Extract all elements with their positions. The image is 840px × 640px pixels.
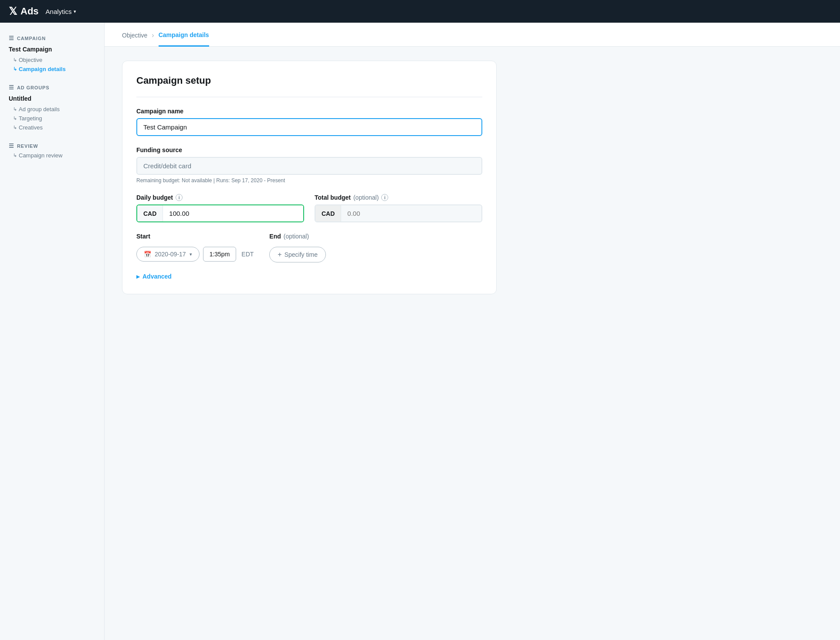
breadcrumb-objective[interactable]: Objective (122, 32, 147, 46)
app-name: Ads (20, 6, 39, 17)
sidebar-item-targeting[interactable]: ↳ Targeting (0, 114, 104, 123)
ad-groups-section-label: AD GROUPS (17, 85, 50, 90)
specify-time-button[interactable]: + Specify time (269, 247, 326, 262)
review-section-header: ☰ REVIEW (0, 139, 104, 151)
start-date-chevron-icon: ▾ (190, 252, 192, 257)
top-navigation: 𝕏 Ads Analytics ▾ (0, 0, 840, 23)
daily-budget-info-icon[interactable]: i (176, 194, 183, 201)
daily-budget-group: Daily budget i CAD (136, 194, 304, 222)
main-content: Objective › Campaign details Campaign se… (105, 23, 840, 640)
sidebar-item-campaign-details[interactable]: ↳ Campaign details (0, 65, 104, 74)
specify-time-label: Specify time (285, 251, 318, 258)
funding-source-field-group: Funding source Remaining budget: Not ava… (136, 146, 482, 184)
app-logo: 𝕏 Ads (9, 5, 39, 17)
sidebar-item-ad-group-details[interactable]: ↳ Ad group details (0, 105, 104, 114)
funding-source-label: Funding source (136, 146, 482, 153)
total-budget-label: Total budget (optional) i (315, 194, 482, 201)
analytics-label: Analytics (46, 8, 72, 15)
sidebar-item-campaign-review[interactable]: ↳ Campaign review (0, 151, 104, 160)
page-title: Campaign setup (136, 75, 482, 97)
budget-row: Daily budget i CAD Total budget (optiona… (136, 194, 482, 222)
breadcrumb-campaign-details[interactable]: Campaign details (159, 31, 209, 47)
ad-group-details-arrow-icon: ↳ (13, 106, 17, 112)
total-budget-currency: CAD (315, 205, 341, 221)
objective-arrow-icon: ↳ (13, 57, 17, 63)
campaign-section-header: ☰ CAMPAIGN (0, 31, 104, 43)
daily-budget-label: Daily budget i (136, 194, 304, 201)
campaign-name-label: Campaign name (136, 108, 482, 115)
advanced-label: Advanced (142, 273, 172, 280)
campaign-name-field-group: Campaign name (136, 108, 482, 136)
start-controls: 📅 2020-09-17 ▾ 1:35pm EDT (136, 247, 255, 262)
start-end-row: Start 📅 2020-09-17 ▾ 1:35pm EDT (136, 233, 482, 262)
sidebar: ☰ CAMPAIGN Test Campaign ↳ Objective ↳ C… (0, 23, 105, 640)
daily-budget-input[interactable] (163, 205, 303, 221)
end-controls: + Specify time (269, 247, 326, 262)
start-label: Start (136, 233, 255, 240)
campaign-review-arrow-icon: ↳ (13, 153, 17, 158)
content-area: Campaign setup Campaign name Funding sou… (105, 47, 840, 308)
sidebar-item-creatives[interactable]: ↳ Creatives (0, 123, 104, 132)
start-date-button[interactable]: 📅 2020-09-17 ▾ (136, 247, 200, 262)
advanced-toggle-button[interactable]: ▶ Advanced (136, 273, 172, 280)
timezone-label: EDT (240, 247, 255, 261)
campaign-details-arrow-icon: ↳ (13, 66, 17, 72)
analytics-menu[interactable]: Analytics ▾ (46, 8, 76, 15)
end-section: End (optional) + Specify time (269, 233, 326, 262)
campaign-section-icon: ☰ (9, 35, 14, 41)
campaign-name-input[interactable] (136, 118, 482, 136)
campaign-section-label: CAMPAIGN (17, 36, 46, 41)
targeting-arrow-icon: ↳ (13, 116, 17, 121)
advanced-section: ▶ Advanced (136, 273, 482, 280)
sidebar-item-objective[interactable]: ↳ Objective (0, 55, 104, 65)
breadcrumb: Objective › Campaign details (105, 23, 840, 47)
twitter-bird-icon: 𝕏 (9, 5, 17, 17)
start-time-value: 1:35pm (210, 251, 230, 258)
ad-groups-section-icon: ☰ (9, 84, 14, 91)
start-section: Start 📅 2020-09-17 ▾ 1:35pm EDT (136, 233, 255, 262)
total-budget-wrapper: CAD (315, 204, 482, 222)
funding-hint: Remaining budget: Not available | Runs: … (136, 177, 482, 184)
daily-budget-currency: CAD (137, 205, 163, 221)
advanced-triangle-icon: ▶ (136, 274, 140, 279)
analytics-chevron-icon: ▾ (74, 9, 76, 14)
creatives-arrow-icon: ↳ (13, 125, 17, 130)
start-date-value: 2020-09-17 (155, 251, 186, 258)
daily-budget-wrapper: CAD (136, 204, 304, 222)
sidebar-untitled: Untitled (0, 92, 104, 105)
total-budget-info-icon[interactable]: i (381, 194, 388, 201)
total-budget-group: Total budget (optional) i CAD (315, 194, 482, 222)
end-label: End (optional) (269, 233, 326, 240)
campaign-setup-card: Campaign setup Campaign name Funding sou… (122, 61, 497, 294)
calendar-icon: 📅 (144, 251, 151, 258)
review-section-icon: ☰ (9, 143, 14, 149)
total-budget-input[interactable] (341, 205, 481, 221)
specify-time-plus-icon: + (278, 251, 281, 259)
funding-source-input[interactable] (136, 157, 482, 175)
start-time-button[interactable]: 1:35pm (203, 247, 237, 262)
ad-groups-section-header: ☰ AD GROUPS (0, 81, 104, 92)
review-section-label: REVIEW (17, 143, 38, 149)
breadcrumb-separator: › (152, 31, 154, 46)
sidebar-campaign-name: Test Campaign (0, 43, 104, 55)
